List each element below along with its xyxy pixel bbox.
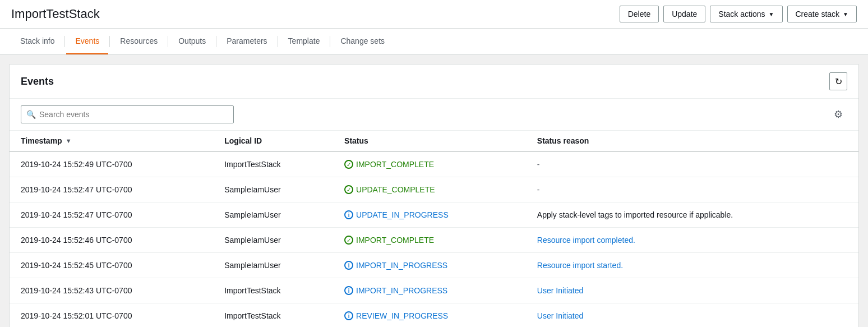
table-row: 2019-10-24 15:52:47 UTC-0700SampleIamUse… [10,177,858,202]
cell-timestamp: 2019-10-24 15:52:45 UTC-0700 [10,253,213,278]
cell-status-reason: User Initiated [526,278,858,303]
cell-status-reason: - [526,177,858,202]
cell-timestamp: 2019-10-24 15:52:46 UTC-0700 [10,228,213,253]
settings-button[interactable]: ⚙ [829,105,847,123]
events-table-wrapper: Timestamp ▼ Logical ID Status Status rea… [10,131,858,327]
cell-status: ✓IMPORT_COMPLETE [333,151,526,177]
check-icon: ✓ [344,185,353,194]
table-row: 2019-10-24 15:52:45 UTC-0700SampleIamUse… [10,253,858,278]
search-icon: 🔍 [26,110,36,119]
panel-header: Events ↻ [10,65,858,99]
info-icon: i [344,286,353,295]
status-reason-link[interactable]: User Initiated [537,286,583,295]
table-row: 2019-10-24 15:52:01 UTC-0700ImportTestSt… [10,303,858,328]
cell-status-reason: Resource import completed. [526,228,858,253]
update-button[interactable]: Update [663,6,705,22]
header-actions: Delete Update Stack actions Create stack [620,6,857,22]
check-icon: ✓ [344,160,353,169]
status-reason-link[interactable]: User Initiated [537,311,583,320]
info-icon: i [344,311,353,320]
tab-divider-6 [330,36,330,47]
col-header-timestamp: Timestamp ▼ [10,131,213,151]
status-reason-link[interactable]: Resource import completed. [537,236,635,245]
tab-divider-5 [278,36,278,47]
status-badge: iREVIEW_IN_PROGRESS [344,311,515,320]
status-badge: iUPDATE_IN_PROGRESS [344,210,515,219]
cell-logical-id: SampleIamUser [213,177,333,202]
table-row: 2019-10-24 15:52:46 UTC-0700SampleIamUse… [10,228,858,253]
cell-logical-id: SampleIamUser [213,202,333,228]
cell-status-reason: User Initiated [526,303,858,328]
status-badge: ✓IMPORT_COMPLETE [344,236,515,245]
refresh-icon: ↻ [835,76,842,87]
status-badge: iIMPORT_IN_PROGRESS [344,261,515,270]
cell-status: iIMPORT_IN_PROGRESS [333,253,526,278]
col-header-status: Status [333,131,526,151]
table-row: 2019-10-24 15:52:47 UTC-0700SampleIamUse… [10,202,858,228]
cell-logical-id: ImportTestStack [213,278,333,303]
status-badge: ✓UPDATE_COMPLETE [344,185,515,194]
search-input[interactable] [21,105,234,123]
cell-status: iUPDATE_IN_PROGRESS [333,202,526,228]
stack-actions-button[interactable]: Stack actions [710,6,782,22]
table-row: 2019-10-24 15:52:49 UTC-0700ImportTestSt… [10,151,858,177]
cell-status: ✓UPDATE_COMPLETE [333,177,526,202]
tab-parameters[interactable]: Parameters [218,29,276,54]
table-row: 2019-10-24 15:52:43 UTC-0700ImportTestSt… [10,278,858,303]
cell-status-reason: Resource import started. [526,253,858,278]
search-container: 🔍 ⚙ [10,99,858,131]
refresh-button[interactable]: ↻ [829,72,847,90]
tab-template[interactable]: Template [279,29,329,54]
col-header-status-reason: Status reason [526,131,858,151]
events-panel: Events ↻ 🔍 ⚙ Timestam [9,64,859,327]
dash-value: - [537,160,540,169]
tab-events[interactable]: Events [66,29,108,54]
tabs-bar: Stack info Events Resources Outputs Para… [0,29,868,55]
info-icon: i [344,210,353,219]
info-icon: i [344,261,353,270]
cell-timestamp: 2019-10-24 15:52:47 UTC-0700 [10,202,213,228]
status-reason-link[interactable]: Resource import started. [537,261,623,270]
status-badge: ✓IMPORT_COMPLETE [344,160,515,169]
delete-button[interactable]: Delete [620,6,659,22]
cell-status: ✓IMPORT_COMPLETE [333,228,526,253]
tab-divider-4 [216,36,216,47]
tab-change-sets[interactable]: Change sets [331,29,394,54]
tab-outputs[interactable]: Outputs [169,29,215,54]
cell-status: iREVIEW_IN_PROGRESS [333,303,526,328]
tab-stack-info[interactable]: Stack info [11,29,63,54]
tab-divider-2 [109,36,110,47]
status-reason-text: Apply stack-level tags to imported resou… [537,210,733,219]
cell-status-reason: Apply stack-level tags to imported resou… [526,202,858,228]
tab-divider-3 [168,36,168,47]
create-stack-button[interactable]: Create stack [787,6,857,22]
dash-value: - [537,185,540,194]
tab-resources[interactable]: Resources [111,29,167,54]
cell-status-reason: - [526,151,858,177]
cell-timestamp: 2019-10-24 15:52:49 UTC-0700 [10,151,213,177]
cell-logical-id: ImportTestStack [213,303,333,328]
cell-status: iIMPORT_IN_PROGRESS [333,278,526,303]
page-title: ImportTestStack [11,7,100,21]
tab-divider [64,36,65,47]
events-panel-title: Events [21,76,54,87]
sort-icon[interactable]: ▼ [66,137,72,144]
cell-logical-id: SampleIamUser [213,253,333,278]
cell-timestamp: 2019-10-24 15:52:47 UTC-0700 [10,177,213,202]
col-header-logical-id: Logical ID [213,131,333,151]
gear-icon: ⚙ [834,108,843,121]
table-header-row: Timestamp ▼ Logical ID Status Status rea… [10,131,858,151]
cell-timestamp: 2019-10-24 15:52:43 UTC-0700 [10,278,213,303]
cell-timestamp: 2019-10-24 15:52:01 UTC-0700 [10,303,213,328]
status-badge: iIMPORT_IN_PROGRESS [344,286,515,295]
page-header: ImportTestStack Delete Update Stack acti… [0,0,868,29]
main-content: Events ↻ 🔍 ⚙ Timestam [0,55,868,327]
cell-logical-id: SampleIamUser [213,228,333,253]
check-icon: ✓ [344,236,353,245]
events-table: Timestamp ▼ Logical ID Status Status rea… [10,131,858,327]
search-input-wrapper: 🔍 [21,105,234,123]
cell-logical-id: ImportTestStack [213,151,333,177]
